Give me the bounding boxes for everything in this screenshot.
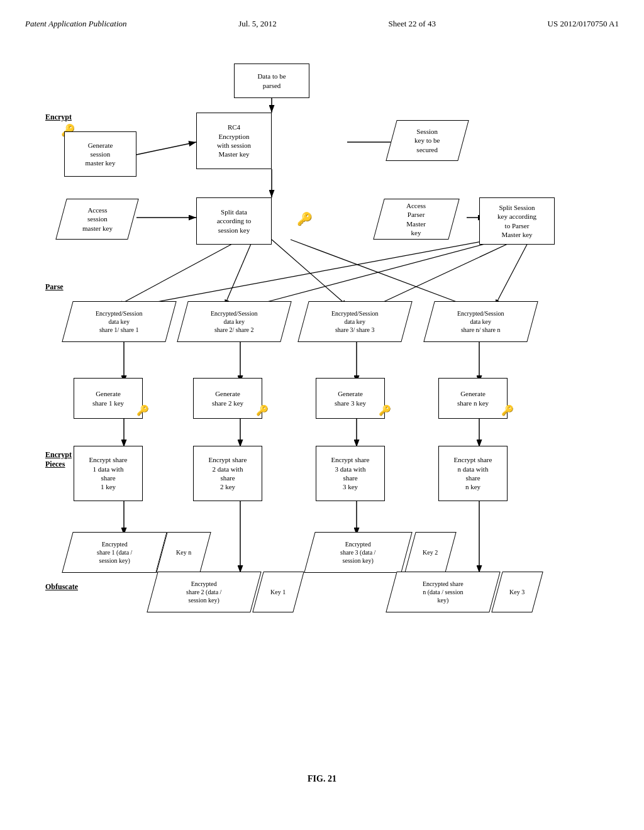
header-publication: Patent Application Publication [25,19,127,29]
box-key-3: Key 3 [491,572,543,612]
header-sheet: Sheet 22 of 43 [388,19,435,29]
box-encrypt-share2: Encrypt share2 data withshare2 key [193,446,262,501]
box-gen-share-n-key: Generateshare n key [438,378,508,419]
svg-line-2 [136,142,196,155]
key-icon-share-n: 🔑 [501,404,514,416]
box-encrypt-share1: Encrypt share1 data withshare1 key [74,446,143,501]
svg-line-13 [495,240,530,306]
key-icon-share2: 🔑 [256,404,269,416]
svg-line-10 [136,240,492,306]
box-key-2: Key 2 [404,532,456,573]
box-split-session-key: Split Sessionkey accordingto ParserMaste… [479,197,555,245]
figure-caption: FIG. 21 [25,774,619,784]
page-header: Patent Application Publication Jul. 5, 2… [25,13,619,32]
box-gen-share2-key: Generateshare 2 key [193,378,262,419]
box-split-data: Split dataaccording tosession key [196,197,272,245]
box-gen-share1-key: Generateshare 1 key [74,378,143,419]
box-rc4-encryption: RC4Encryptionwith sessionMaster key [196,113,272,169]
box-gen-share3-key: Generateshare 3 key [316,378,385,419]
box-key-1: Key 1 [252,572,304,612]
box-encrypt-share-n: Encrypt sharen data withsharen key [438,446,508,501]
box-access-session-master-key: Accesssessionmaster key [55,199,138,240]
box-enc-share1: Encrypted/Sessiondata keyshare 1/ share … [62,301,176,342]
header-date: Jul. 5, 2012 [238,19,277,29]
page: Patent Application Publication Jul. 5, 2… [0,0,644,830]
key-icon-share3: 🔑 [379,404,391,416]
box-enc-share3: Encrypted/Sessiondata keyshare 3/ share … [297,301,412,342]
svg-line-7 [225,240,253,306]
box-enc-result2: Encryptedshare 2 (data /session key) [147,572,261,612]
box-enc-share-n: Encrypted/Sessiondata keyshare n/ share … [423,301,538,342]
box-encrypt-share3: Encrypt share3 data withshare3 key [316,446,385,501]
svg-line-6 [118,240,240,306]
label-obfuscate: Obfuscate [45,582,78,592]
label-encrypt-pieces: EncryptPieces [45,450,72,469]
box-session-key-secured: Sessionkey to besecured [386,120,469,161]
box-enc-result1: Encryptedshare 1 (data /session key) [62,532,167,573]
key-icon-parse: 🔑 [297,211,313,226]
box-access-parser-master-key: AccessParserMasterkey [373,199,459,240]
key-icon-share1: 🔑 [136,404,149,416]
box-data-to-be-parsed: Data to beparsed [234,64,309,98]
diagram-container: Data to beparsed Encrypt 🔑 Generatesessi… [26,45,618,768]
box-enc-result-n: Encrypted sharen (data / sessionkey) [386,572,500,612]
label-encrypt: Encrypt [45,113,72,122]
header-patent: US 2012/0170750 A1 [548,19,619,29]
svg-line-11 [253,240,501,306]
label-parse: Parse [45,282,64,292]
svg-line-12 [375,240,517,306]
box-enc-result3: Encryptedshare 3 (data /session key) [304,532,412,573]
box-enc-share2: Encrypted/Sessiondata keyshare 2/ share … [177,301,291,342]
box-gen-session-master-key: Generatesessionmaster key [64,131,136,177]
svg-line-8 [272,240,347,306]
svg-line-9 [291,240,467,306]
